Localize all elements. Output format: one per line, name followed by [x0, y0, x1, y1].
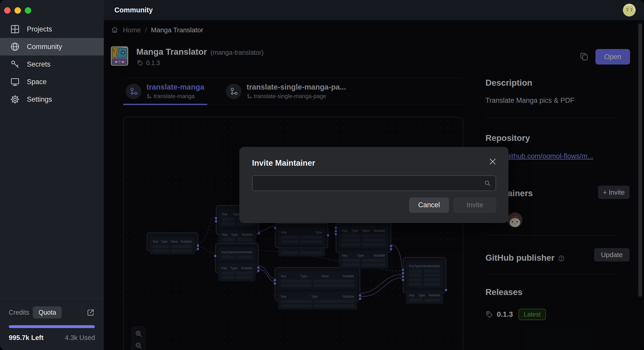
- credits-left-value: 995.7k Left: [9, 334, 43, 342]
- minimize-window-button[interactable]: [14, 7, 21, 14]
- sidebar-item-label: Space: [27, 78, 47, 86]
- credits-footer: Credits Quota 995.7k Left 4.3k Used: [0, 298, 104, 350]
- sidebar-item-label: Settings: [27, 96, 52, 104]
- sidebar-item-space[interactable]: Space: [0, 73, 104, 91]
- invite-button[interactable]: Invite: [454, 197, 496, 213]
- sidebar-item-label: Secrets: [27, 60, 51, 68]
- grid-icon: [10, 24, 20, 34]
- zoom-window-button[interactable]: [25, 7, 31, 14]
- sidebar-item-secrets[interactable]: Secrets: [0, 55, 104, 73]
- modal-title: Invite Maintainer: [252, 158, 315, 168]
- window-controls: [0, 0, 104, 14]
- invite-maintainer-modal: Invite Maintainer Cancel Invite: [239, 147, 508, 223]
- sidebar-item-settings[interactable]: Settings: [0, 91, 104, 108]
- key-icon: [10, 59, 20, 69]
- close-window-button[interactable]: [4, 7, 11, 14]
- close-icon[interactable]: [488, 157, 497, 166]
- main-area: Community Home / Manga Translator Manga …: [104, 0, 644, 350]
- sidebar-item-label: Projects: [27, 25, 52, 33]
- sidebar-nav: ProjectsCommunitySecretsSpaceSettings: [0, 20, 104, 108]
- credits-progress-bar: [9, 325, 95, 328]
- credits-used-value: 4.3k Used: [65, 334, 95, 342]
- globe-icon: [10, 42, 20, 52]
- quota-toggle-button[interactable]: Quota: [33, 306, 62, 319]
- user-avatar[interactable]: [623, 4, 636, 17]
- sidebar: ProjectsCommunitySecretsSpaceSettings Cr…: [0, 0, 104, 350]
- topbar: Community: [104, 0, 644, 20]
- app-window: ProjectsCommunitySecretsSpaceSettings Cr…: [0, 0, 644, 350]
- monitor-icon: [10, 77, 20, 87]
- search-icon: [484, 179, 491, 187]
- sidebar-item-community[interactable]: Community: [0, 38, 104, 55]
- gear-icon: [10, 94, 20, 105]
- page-title: Community: [114, 6, 153, 14]
- maintainer-search-input[interactable]: [252, 175, 496, 191]
- credits-toggle-label[interactable]: Credits: [9, 309, 29, 316]
- cancel-button[interactable]: Cancel: [409, 197, 449, 213]
- open-external-icon[interactable]: [86, 308, 95, 317]
- content-area: Home / Manga Translator Manga Translator…: [104, 20, 644, 350]
- credits-progress-fill: [9, 325, 95, 328]
- sidebar-item-projects[interactable]: Projects: [0, 20, 104, 38]
- sidebar-item-label: Community: [27, 43, 62, 51]
